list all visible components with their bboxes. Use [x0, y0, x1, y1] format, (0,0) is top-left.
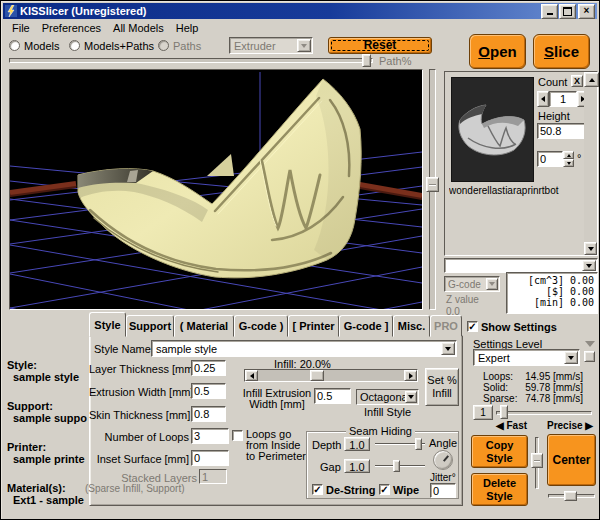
tab-printer[interactable]: [ Printer	[288, 315, 339, 337]
style-name-select[interactable]: sample style	[151, 340, 457, 357]
view-rotate-slider-thumb[interactable]	[426, 177, 439, 192]
infill-scroll-left[interactable]	[245, 370, 258, 381]
loops-direction-checkbox[interactable]	[232, 430, 243, 441]
arrow-right-icon	[409, 373, 413, 379]
menu-file[interactable]: File	[6, 21, 36, 35]
wipe-checkbox[interactable]: ✓	[379, 484, 390, 495]
radio-models-paths[interactable]	[69, 40, 80, 51]
quality-slider-track[interactable]	[496, 411, 592, 415]
stat-row: [$] 0.00	[510, 286, 594, 297]
gap-slider-thumb[interactable]	[393, 460, 400, 472]
rotation-spin-down[interactable]	[563, 159, 574, 167]
count-decrement-button[interactable]	[537, 91, 549, 107]
stat-row: [cm^3] 0.00	[510, 275, 594, 286]
model-select[interactable]	[444, 258, 598, 273]
quality-slider-thumb[interactable]	[500, 405, 508, 419]
stat-unit: [min]	[534, 297, 564, 308]
minimize-button[interactable]	[541, 4, 558, 19]
infill-scroll-thumb[interactable]	[310, 370, 324, 381]
number-of-loops-field[interactable]: 3	[191, 428, 229, 444]
layer-thickness-field[interactable]: 0.25	[191, 360, 226, 376]
model-list-scrollbar[interactable]	[584, 72, 597, 255]
depth-value-box[interactable]: 1.0	[344, 437, 370, 451]
set-infill-button[interactable]: Set % Infill	[425, 368, 459, 406]
infill-style-select-arrow[interactable]	[405, 391, 417, 403]
extrusion-width-field[interactable]: 0.5	[191, 383, 226, 399]
chevron-down-icon	[408, 395, 414, 399]
viewport-3d[interactable]	[9, 69, 423, 310]
tab-material[interactable]: ( Material	[174, 315, 234, 337]
model-close-button[interactable]: X	[571, 75, 583, 87]
close-button[interactable]: ×	[578, 4, 595, 19]
settings-level-swatch[interactable]	[584, 351, 595, 362]
layer-thickness-label: Layer Thickness [mm]	[89, 363, 189, 375]
model-name[interactable]: wonderellastiaraprinrtbot	[449, 185, 595, 196]
extrusion-width-label: Extrusion Width [mm]	[89, 386, 189, 398]
model-thumbnail[interactable]	[451, 77, 534, 182]
inset-surface-field[interactable]: 0	[191, 450, 229, 466]
rotation-field[interactable]: 0	[537, 151, 563, 167]
destring-checkbox[interactable]: ✓	[312, 484, 323, 495]
menu-help[interactable]: Help	[170, 21, 205, 35]
speed-solid-name: Solid:	[483, 382, 508, 393]
viewport-scene	[10, 70, 422, 309]
tab-misc[interactable]: Misc.	[393, 315, 430, 337]
speed-solid-value: 59.78 [mm/s]	[525, 382, 583, 393]
rotation-spin-up[interactable]	[563, 151, 574, 159]
arrow-left-icon	[250, 373, 254, 379]
scroll-up-button[interactable]	[584, 72, 599, 87]
show-settings-checkbox[interactable]: ✓	[467, 321, 478, 332]
slice-button[interactable]: Slice	[533, 34, 590, 69]
extruder-dropdown-arrow	[297, 39, 311, 52]
center-button[interactable]: Center	[547, 434, 596, 486]
scroll-down-button[interactable]	[584, 242, 597, 255]
arrow-down-icon	[588, 247, 594, 251]
depth-slider-thumb[interactable]	[415, 438, 422, 450]
speed-loops-value: 14.95 [mm/s]	[525, 371, 583, 382]
open-button[interactable]: Open	[469, 34, 526, 69]
infill-scrollbar[interactable]	[244, 369, 418, 382]
number-of-loops-label: Number of Loops	[89, 431, 189, 443]
infill-scroll-right[interactable]	[404, 370, 417, 381]
style-name-select-arrow[interactable]	[441, 342, 455, 355]
copy-style-button[interactable]: Copy Style	[471, 435, 528, 468]
delete-style-button[interactable]: Delete Style	[471, 473, 528, 506]
path-slider-track[interactable]	[9, 58, 373, 63]
maximize-button[interactable]	[559, 4, 576, 19]
number-of-loops-value: 3	[194, 430, 200, 442]
tab-gcode-mat[interactable]: G-code )	[234, 315, 288, 337]
gap-value-box[interactable]: 1.0	[344, 459, 370, 473]
menu-all-models[interactable]: All Models	[107, 21, 170, 35]
radio-models-label: Models	[24, 40, 59, 52]
count-field[interactable]: 1	[549, 91, 577, 107]
settings-level-select[interactable]: Expert	[473, 349, 580, 366]
angle-label: Angle	[429, 437, 457, 449]
tab-gcode-prn[interactable]: G-code ]	[339, 315, 393, 337]
z-value-label: Z value	[446, 294, 479, 305]
height-field[interactable]: 50.8	[537, 123, 589, 139]
title-bar[interactable]: KISSlicer (Unregistered) ×	[3, 3, 597, 19]
jitter-label: Jitter°	[430, 472, 456, 483]
tab-support[interactable]: Support	[126, 315, 174, 337]
quality-spin-box[interactable]: 1	[473, 405, 493, 420]
style-slider-thumb[interactable]	[531, 453, 543, 468]
stacked-layers-note: (Sparse Infill, Support)	[85, 483, 185, 494]
skin-thickness-field[interactable]: 0.8	[191, 406, 226, 422]
gcode-select-arrow	[486, 278, 498, 290]
menu-preferences[interactable]: Preferences	[36, 21, 107, 35]
path-slider-thumb[interactable]	[362, 54, 371, 67]
infill-extrusion-field[interactable]: 0.5	[314, 388, 351, 404]
angle-knob[interactable]	[433, 450, 453, 470]
radio-models[interactable]	[9, 40, 20, 51]
settings-level-select-arrow[interactable]	[564, 351, 578, 364]
center-slider-thumb[interactable]	[564, 491, 577, 501]
jitter-field[interactable]: 0	[430, 483, 456, 498]
infill-style-select[interactable]: Octagonal	[356, 389, 419, 405]
reset-button[interactable]: Reset	[328, 37, 432, 54]
summary-materials-value: Ext1 - sample	[7, 494, 89, 506]
tab-style[interactable]: Style	[89, 312, 126, 337]
summary-style-value: sample style	[7, 371, 89, 383]
model-select-arrow[interactable]	[582, 260, 596, 271]
gap-slider-track[interactable]	[375, 465, 425, 467]
maximize-icon	[563, 7, 572, 16]
